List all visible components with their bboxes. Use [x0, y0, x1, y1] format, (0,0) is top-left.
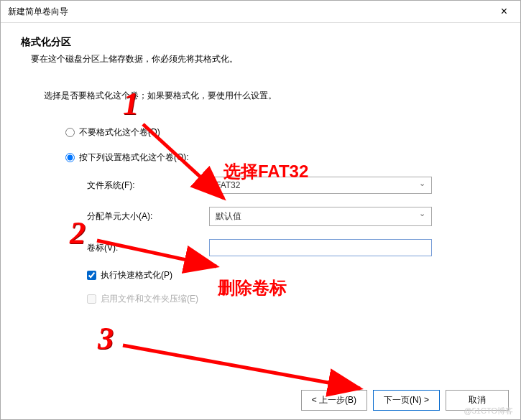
- quick-format-check[interactable]: 执行快速格式化(P): [87, 269, 484, 281]
- filesystem-label: 文件系统(F):: [87, 179, 209, 192]
- radio-no-format-label: 不要格式化这个卷(D): [79, 126, 160, 139]
- allocation-label: 分配单元大小(A):: [87, 210, 209, 223]
- filesystem-row: 文件系统(F): FAT32: [87, 177, 484, 194]
- annotation-number-3: 3: [98, 320, 114, 357]
- radio-no-format-input[interactable]: [65, 128, 75, 137]
- volume-label-row: 卷标(V):: [87, 239, 484, 256]
- next-button[interactable]: 下一页(N) >: [373, 390, 440, 411]
- quick-format-checkbox[interactable]: [87, 271, 96, 280]
- radio-format-with-input[interactable]: [65, 153, 75, 162]
- radio-format-with[interactable]: 按下列设置格式化这个卷(O):: [65, 151, 484, 164]
- window-title: 新建简单卷向导: [8, 6, 68, 18]
- allocation-row: 分配单元大小(A): 默认值: [87, 207, 484, 226]
- compress-checkbox: [87, 294, 96, 304]
- radio-no-format[interactable]: 不要格式化这个卷(D): [65, 126, 484, 139]
- quick-format-label: 执行快速格式化(P): [101, 269, 172, 281]
- watermark: @51CTO博客: [464, 406, 513, 416]
- compress-label: 启用文件和文件夹压缩(E): [101, 293, 198, 305]
- compress-check: 启用文件和文件夹压缩(E): [87, 293, 484, 305]
- radio-format-with-label: 按下列设置格式化这个卷(O):: [79, 151, 189, 164]
- filesystem-select[interactable]: FAT32: [209, 177, 432, 194]
- header-subtitle: 要在这个磁盘分区上储存数据，你必须先将其格式化。: [31, 53, 500, 65]
- allocation-select[interactable]: 默认值: [209, 207, 432, 226]
- svg-line-2: [123, 345, 360, 388]
- volume-label-label: 卷标(V):: [87, 242, 209, 254]
- wizard-window: 新建简单卷向导 × 格式化分区 要在这个磁盘分区上储存数据，你必须先将其格式化。…: [0, 0, 521, 420]
- close-icon[interactable]: ×: [495, 5, 513, 18]
- back-button[interactable]: < 上一步(B): [301, 390, 367, 411]
- titlebar: 新建简单卷向导 ×: [1, 1, 520, 23]
- header-title: 格式化分区: [21, 36, 500, 49]
- prompt-text: 选择是否要格式化这个卷；如果要格式化，要使用什么设置。: [44, 90, 484, 102]
- header: 格式化分区 要在这个磁盘分区上储存数据，你必须先将其格式化。: [1, 23, 520, 73]
- volume-label-input[interactable]: [209, 239, 432, 256]
- content-area: 选择是否要格式化这个卷；如果要格式化，要使用什么设置。 不要格式化这个卷(D) …: [1, 73, 520, 324]
